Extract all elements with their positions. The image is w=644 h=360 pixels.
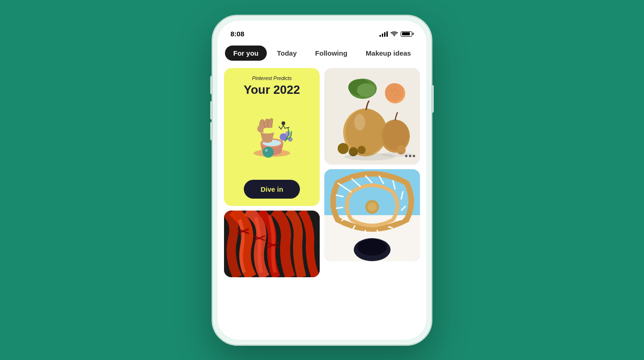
- fruit-image: •••: [324, 68, 420, 165]
- phone-mockup: 8:08: [212, 15, 432, 346]
- svg-point-29: [397, 91, 399, 92]
- stairs-image: [324, 169, 420, 261]
- hair-image-card[interactable]: [224, 211, 320, 277]
- svg-point-6: [263, 147, 274, 158]
- status-time: 8:08: [230, 30, 244, 38]
- svg-point-19: [354, 114, 365, 131]
- phone-screen: 8:08: [218, 21, 426, 340]
- content-area: Pinterest Predicts Your 2022: [218, 65, 426, 340]
- stairs-image-card[interactable]: [324, 169, 420, 261]
- status-icons: [380, 31, 414, 37]
- illustration-svg: [235, 112, 309, 165]
- predict-sublabel: Pinterest Predicts: [252, 75, 292, 81]
- svg-point-28: [395, 89, 396, 90]
- svg-point-55: [368, 202, 377, 211]
- nav-tabs: For you Today Following Makeup ideas: [218, 41, 426, 65]
- more-options-button[interactable]: •••: [405, 151, 416, 161]
- dive-in-button[interactable]: Dive in: [244, 180, 299, 199]
- tab-for-you[interactable]: For you: [225, 46, 267, 61]
- fruit-image-card[interactable]: •••: [324, 68, 420, 165]
- svg-point-8: [282, 121, 285, 125]
- svg-point-26: [385, 83, 403, 102]
- svg-point-18: [345, 109, 387, 154]
- phone-notch: [292, 21, 352, 34]
- wifi-icon: [391, 31, 398, 37]
- svg-point-7: [265, 149, 268, 152]
- phone-shell: 8:08: [212, 15, 432, 346]
- svg-point-21: [382, 120, 409, 150]
- masonry-grid: Pinterest Predicts Your 2022: [224, 68, 420, 340]
- svg-point-57: [357, 239, 387, 256]
- svg-point-27: [391, 90, 393, 91]
- tab-makeup-ideas[interactable]: Makeup ideas: [357, 46, 419, 61]
- right-column: •••: [324, 68, 420, 340]
- predict-title: Your 2022: [244, 83, 300, 97]
- battery-icon: [401, 31, 414, 37]
- hair-image: [224, 211, 320, 277]
- tab-today[interactable]: Today: [269, 46, 305, 61]
- svg-point-30: [396, 94, 397, 95]
- svg-point-24: [357, 83, 375, 97]
- predict-illustration: [231, 101, 312, 176]
- svg-line-52: [336, 207, 343, 208]
- svg-point-31: [338, 143, 349, 154]
- svg-point-33: [357, 146, 366, 154]
- tab-following[interactable]: Following: [307, 46, 356, 61]
- pinterest-predicts-card[interactable]: Pinterest Predicts Your 2022: [224, 68, 320, 206]
- signal-icon: [380, 31, 388, 37]
- left-column: Pinterest Predicts Your 2022: [224, 68, 320, 340]
